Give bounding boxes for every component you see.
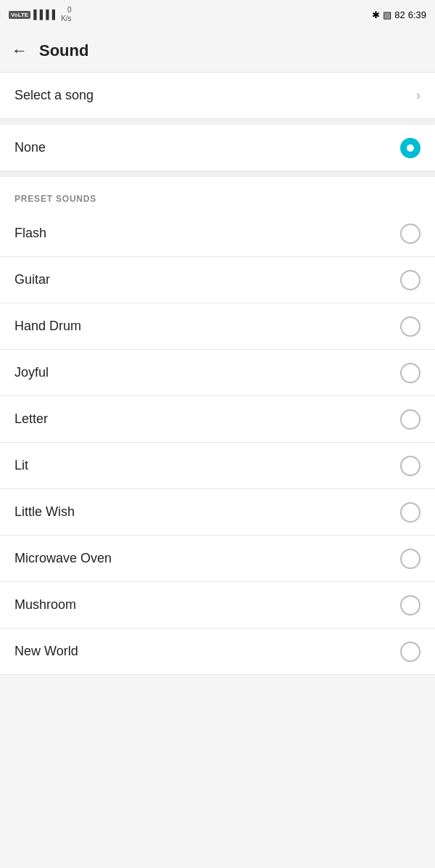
section-divider-2: [0, 171, 435, 177]
time-display: 6:39: [408, 9, 426, 20]
sound-item[interactable]: Flash: [0, 210, 435, 257]
status-bar: VoLTE ▌▌▌▌ 0 K/s ✱ ▧ 82 6:39: [0, 0, 435, 29]
radio-unselected-icon: [400, 409, 420, 430]
radio-unselected-icon: [400, 224, 420, 244]
sound-item-label: Letter: [14, 412, 48, 427]
page-title: Sound: [39, 41, 88, 60]
sound-item-label: Flash: [14, 226, 46, 241]
status-left: VoLTE ▌▌▌▌ 0 K/s: [9, 6, 72, 23]
sound-item[interactable]: Microwave Oven: [0, 536, 435, 582]
sound-item-label: Little Wish: [14, 504, 75, 520]
none-option-row[interactable]: None: [0, 125, 435, 171]
radio-unselected-icon: [400, 642, 420, 662]
sound-item-label: Guitar: [14, 272, 50, 287]
sound-item-label: Hand Drum: [14, 319, 81, 334]
data-speed: 0 K/s: [61, 6, 71, 23]
sound-item-label: Mushroom: [14, 597, 76, 613]
volte-badge: VoLTE: [9, 11, 30, 19]
header: ← Sound: [0, 29, 435, 73]
sound-item[interactable]: Mushroom: [0, 582, 435, 629]
sound-items-list: FlashGuitarHand DrumJoyfulLetterLitLittl…: [0, 210, 435, 675]
preset-sounds-header: PRESET SOUNDS: [0, 177, 435, 210]
radio-unselected-icon: [400, 595, 420, 615]
content-area: Select a song › None PRESET SOUNDS Flash…: [0, 73, 435, 675]
sound-item[interactable]: Joyful: [0, 350, 435, 396]
sound-item[interactable]: Hand Drum: [0, 303, 435, 350]
section-divider: [0, 119, 435, 125]
none-label: None: [14, 140, 46, 155]
signal-icon: ▌▌▌▌: [33, 9, 58, 20]
sound-item[interactable]: New World: [0, 629, 435, 675]
sound-item-label: New World: [14, 644, 78, 659]
radio-unselected-icon: [400, 270, 420, 290]
back-button[interactable]: ←: [12, 41, 28, 60]
select-song-row[interactable]: Select a song ›: [0, 73, 435, 119]
select-song-label: Select a song: [14, 88, 94, 103]
radio-selected-indicator: [400, 138, 420, 158]
bluetooth-icon: ✱: [372, 9, 380, 20]
sound-item[interactable]: Guitar: [0, 257, 435, 303]
sound-item[interactable]: Little Wish: [0, 489, 435, 536]
sound-item[interactable]: Letter: [0, 396, 435, 443]
chevron-right-icon: ›: [416, 88, 420, 103]
radio-unselected-icon: [400, 456, 420, 476]
sound-item-label: Lit: [14, 458, 28, 473]
battery-icon: 82: [394, 9, 405, 20]
sound-item[interactable]: Lit: [0, 443, 435, 489]
radio-unselected-icon: [400, 502, 420, 523]
sound-item-label: Joyful: [14, 365, 49, 380]
radio-unselected-icon: [400, 549, 420, 569]
radio-unselected-icon: [400, 316, 420, 337]
status-right: ✱ ▧ 82 6:39: [372, 9, 426, 20]
preset-sounds-label: PRESET SOUNDS: [14, 194, 96, 204]
sound-item-label: Microwave Oven: [14, 551, 112, 566]
radio-unselected-icon: [400, 363, 420, 383]
vibrate-icon: ▧: [383, 9, 392, 20]
